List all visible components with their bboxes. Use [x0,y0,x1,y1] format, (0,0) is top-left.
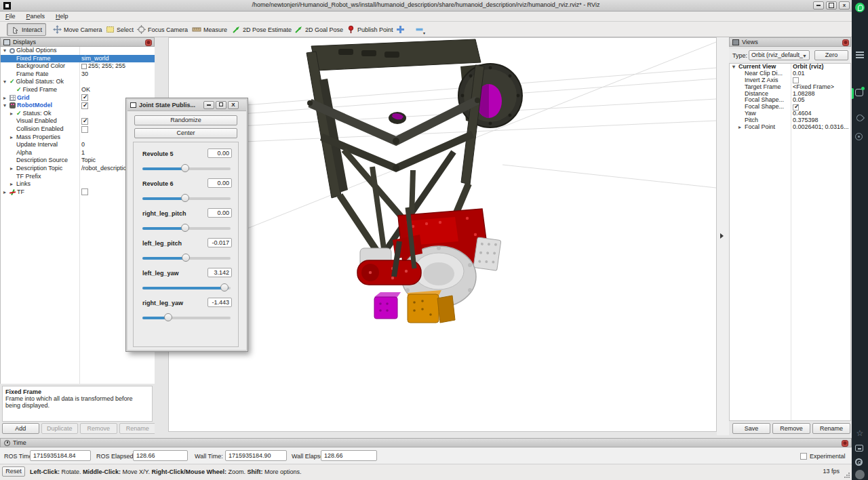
publish-point-tool[interactable]: Publish Point [342,23,397,36]
experimental-toggle[interactable]: Experimental [800,453,846,460]
tree-right-arrow[interactable]: ▸ [10,165,15,173]
displays-row-global-options[interactable]: ▾Global Options [1,47,155,55]
calls-icon[interactable] [855,113,865,123]
displays-row-global-status-ok[interactable]: ▾✓Global Status: Ok [1,78,155,86]
joint-slider[interactable] [142,164,231,172]
slider-handle[interactable] [182,254,190,262]
tree-down-arrow[interactable]: ▾ [732,64,737,71]
ros-time-input[interactable]: 1715935184.84 [30,450,91,461]
row-value[interactable]: 0 [81,141,85,149]
panel-expand-icon[interactable] [720,233,724,239]
views-remove-button[interactable]: Remove [772,423,810,434]
dialog-titlebar[interactable]: Joint State Publis... X [127,100,246,111]
displays-add-button[interactable]: Add [2,423,39,434]
joint-value-input[interactable]: 0.00 [208,208,232,218]
displays-row-fixed-frame[interactable]: Fixed Framesim_world [1,55,155,63]
row-value[interactable] [81,102,88,110]
row-value[interactable]: OK [81,86,90,94]
render-viewport[interactable] [168,37,717,432]
row-value[interactable] [81,94,88,102]
time-panel-header[interactable]: Time [0,438,852,447]
view-type-dropdown[interactable]: Orbit (rviz_default_▼ [749,50,810,60]
displays-close-icon[interactable] [145,39,152,46]
menu-panels[interactable]: Panels [21,12,51,22]
reset-button[interactable]: Reset [2,466,25,477]
row-value[interactable] [81,125,88,134]
row-value[interactable] [81,117,88,125]
enable-checkbox[interactable] [81,94,88,101]
dialog-close-button[interactable]: X [228,101,239,109]
row-value[interactable]: 30 [81,71,88,79]
archived-icon[interactable] [855,445,863,452]
row-value[interactable]: 255; 255; 255 [81,62,125,71]
experimental-checkbox[interactable] [800,453,807,460]
wall-elapsed-input[interactable]: 128.66 [321,450,377,461]
tree-down-arrow[interactable]: ▾ [3,47,8,55]
add-tool-tool[interactable] [392,23,409,36]
joint-value-input[interactable]: -1.443 [208,298,232,307]
status-icon[interactable] [855,133,863,140]
displays-row-fixed-frame[interactable]: ✓Fixed FrameOK [1,86,155,94]
menu-file[interactable]: File [0,12,21,22]
window-titlebar[interactable]: /home/newtonjeri/Humanoid_Robot_ws/insta… [0,0,852,12]
displays-row-frame-rate[interactable]: Frame Rate30 [1,71,155,79]
tree-right-arrow[interactable]: ▸ [3,94,8,102]
time-close-icon[interactable] [842,440,848,447]
profile-avatar[interactable] [855,470,865,479]
center-button[interactable]: Center [134,128,237,138]
measure-tool[interactable]: Measure [188,23,231,36]
enable-checkbox[interactable] [793,77,799,83]
slider-handle[interactable] [220,283,229,292]
displays-row-background-color[interactable]: Background Color255; 255; 255 [1,62,155,71]
slider-handle[interactable] [181,164,189,172]
enable-checkbox[interactable] [81,102,88,109]
starred-icon[interactable]: ☆ [855,428,865,438]
slider-handle[interactable] [181,194,189,202]
move-camera-tool[interactable]: Move Camera [49,23,106,36]
joint-slider[interactable] [142,194,231,202]
slider-handle[interactable] [181,224,189,232]
tree-right-arrow[interactable]: ▸ [3,188,8,197]
enable-checkbox[interactable] [81,126,88,133]
row-value[interactable]: 0.01 [793,71,805,77]
displays-panel-header[interactable]: Displays [0,37,155,47]
minimize-button[interactable] [813,1,824,9]
focus-camera-tool[interactable]: Focus Camera [133,23,192,36]
joint-slider[interactable] [142,283,231,292]
interact-tool[interactable]: Interact [7,23,46,36]
2d-pose-estimate-tool[interactable]: 2D Pose Estimate [228,23,296,36]
views-close-icon[interactable] [842,39,849,46]
dialog-maximize-button[interactable] [216,101,226,109]
menu-icon[interactable] [855,50,865,60]
joint-state-publisher-dialog[interactable]: Joint State Publis... X Randomize Center… [126,98,248,351]
tree-right-arrow[interactable]: ▸ [738,124,743,131]
row-value[interactable]: Topic [81,157,96,165]
joint-value-input[interactable]: 0.00 [208,148,232,158]
tree-right-arrow[interactable]: ▸ [10,180,15,188]
views-save-button[interactable]: Save [732,423,770,434]
menu-help[interactable]: Help [50,12,74,22]
views-panel-header[interactable]: Views [729,37,851,47]
remove-tool-tool[interactable] [411,23,428,36]
slider-handle[interactable] [164,313,172,321]
resize-grip[interactable] [844,473,850,478]
tree-right-arrow[interactable]: ▸ [10,110,15,118]
randomize-button[interactable]: Randomize [134,115,237,125]
wall-time-input[interactable]: 1715935184.90 [225,450,287,461]
enable-checkbox[interactable] [81,188,88,195]
joint-value-input[interactable]: -0.017 [208,238,232,247]
views-row-focal-point[interactable]: ▸Focal Point0.0026401; 0.0316... [730,124,850,131]
toolbar-overflow-arrow[interactable]: ▾ [423,31,425,35]
enable-checkbox[interactable] [81,118,88,125]
tree-right-arrow[interactable]: ▸ [10,134,15,142]
joint-value-input[interactable]: 3.142 [208,268,232,277]
row-value[interactable] [81,188,88,197]
row-value[interactable]: 0.0026401; 0.0316... [793,124,849,131]
tree-down-arrow[interactable]: ▾ [3,78,8,86]
joint-slider[interactable] [142,224,231,232]
joint-value-input[interactable]: 0.00 [208,178,232,188]
joint-slider[interactable] [142,313,231,321]
row-value[interactable]: 1 [81,149,85,157]
2d-goal-pose-tool[interactable]: 2D Goal Pose [290,23,347,36]
settings-icon[interactable] [855,458,863,466]
